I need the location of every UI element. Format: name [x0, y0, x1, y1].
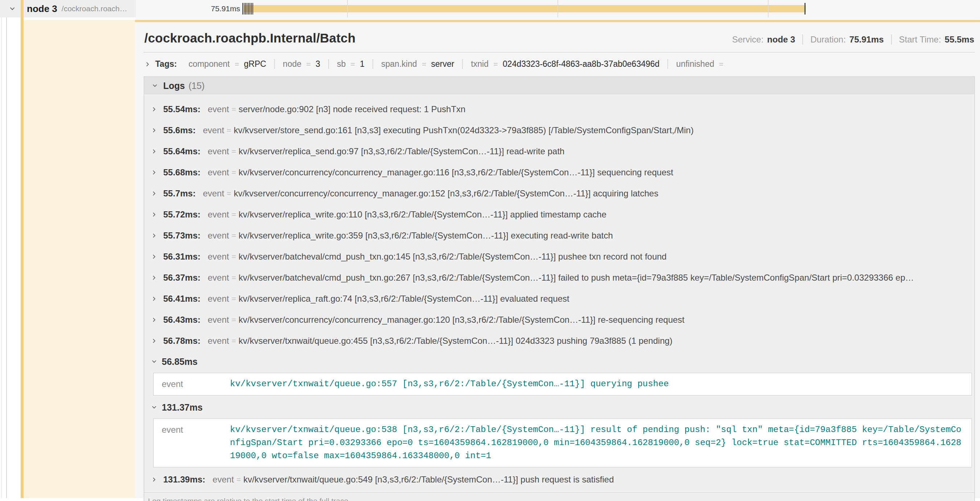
span-timeline[interactable]: 75.91ms — [136, 0, 980, 20]
log-field-key: event — [208, 231, 229, 241]
chevron-down-icon[interactable] — [9, 5, 16, 12]
log-row[interactable]: 56.31ms: event = kv/kvserver/batcheval/c… — [149, 246, 974, 267]
tag-value: server — [431, 59, 455, 69]
detail-left-gutter — [24, 20, 135, 498]
chevron-down-icon — [152, 82, 158, 89]
span-duration-label: 75.91ms — [136, 0, 240, 18]
equals-sign: = — [419, 60, 429, 68]
timeline-gridline — [557, 0, 558, 18]
log-field-value: kv/kvserver/replica_write.go:359 [n3,s3,… — [239, 231, 613, 241]
tag-item: component = gRPC — [181, 59, 274, 69]
span-meta: Service: node 3 Duration: 75.91ms Start … — [732, 35, 974, 45]
chevron-right-icon — [151, 190, 158, 197]
log-field-key: event — [208, 168, 229, 177]
chevron-right-icon — [151, 295, 158, 302]
tree-guide-line — [6, 0, 7, 498]
log-timestamp: 55.73ms: — [163, 231, 200, 241]
tags-toggle[interactable]: Tags: — [144, 59, 177, 69]
tag-value: 024d3323-6c8f-4863-aa8b-37ab0e63496d — [503, 59, 659, 69]
tag-item: sb = 1 — [328, 59, 372, 69]
log-fields-table: event kv/kvserver/txnwait/queue.go:538 [… — [153, 418, 972, 467]
chevron-right-icon — [151, 211, 158, 218]
log-row[interactable]: 55.68ms: event = kv/kvserver/concurrency… — [149, 162, 974, 183]
span-detail-title: /cockroach.roachpb.Internal/Batch — [144, 31, 355, 45]
equals-sign: = — [229, 168, 238, 177]
log-row[interactable]: 56.78ms: event = kv/kvserver/txnwait/que… — [149, 330, 974, 351]
tag-key: span.kind — [381, 59, 417, 69]
log-field-value: kv/kvserver/txnwait/queue.go:549 [n3,s3,… — [243, 474, 614, 485]
log-field-value: kv/kvserver/replica_send.go:97 [n3,s3,r6… — [239, 146, 565, 156]
tag-value: gRPC — [244, 59, 266, 69]
log-row[interactable]: 55.6ms: event = kv/kvserver/store_send.g… — [149, 120, 974, 141]
tag-value: 1 — [360, 59, 364, 69]
equals-sign: = — [224, 126, 234, 135]
log-tick — [805, 3, 805, 14]
log-field-key: event — [203, 125, 224, 136]
logs-count: (15) — [189, 81, 205, 91]
log-timestamp: 56.78ms: — [163, 336, 200, 346]
log-tick — [253, 3, 253, 14]
logs-header[interactable]: Logs (15) — [144, 77, 974, 94]
span-service-name: node 3 — [27, 3, 57, 14]
log-field-key: event — [208, 252, 229, 262]
log-timestamp: 131.39ms: — [163, 474, 205, 485]
tag-item: span.kind = server — [372, 59, 462, 69]
equals-sign: = — [348, 60, 358, 68]
log-field-value: kv/kvserver/batcheval/cmd_push_txn.go:26… — [239, 273, 914, 283]
log-row[interactable]: 55.7ms: event = kv/kvserver/concurrency/… — [149, 183, 974, 204]
log-row[interactable]: 55.72ms: event = kv/kvserver/replica_wri… — [149, 204, 974, 225]
chevron-down-icon — [151, 358, 158, 365]
chevron-right-icon — [151, 338, 158, 344]
chevron-right-icon — [151, 148, 158, 155]
log-field-value: kv/kvserver/concurrency/concurrency_mana… — [239, 315, 685, 325]
log-field-key: event — [208, 294, 229, 304]
timeline-gridline — [768, 0, 768, 18]
equals-sign: = — [717, 60, 726, 68]
log-field-value: kv/kvserver/txnwait/queue.go:557 [n3,s3,… — [230, 378, 678, 391]
equals-sign: = — [229, 337, 238, 345]
log-row[interactable]: 55.54ms: event = server/node.go:902 [n3]… — [149, 99, 974, 120]
chevron-right-icon — [151, 254, 158, 260]
chevron-down-icon — [151, 404, 158, 411]
equals-sign: = — [229, 210, 238, 219]
tag-key: node — [283, 59, 301, 69]
chevron-right-icon — [151, 274, 158, 281]
log-entry-expanded: 56.85ms event kv/kvserver/txnwait/queue.… — [149, 351, 974, 396]
log-field-key: event — [208, 104, 229, 114]
log-row[interactable]: 55.64ms: event = kv/kvserver/replica_sen… — [149, 141, 974, 162]
log-timestamp: 56.85ms — [162, 356, 198, 367]
log-expanded-header[interactable]: 56.85ms — [149, 351, 974, 372]
log-field-key: event — [213, 474, 234, 485]
log-field-key: event — [208, 146, 229, 156]
chevron-right-icon — [151, 476, 158, 483]
log-timestamp: 55.7ms: — [163, 188, 196, 199]
equals-sign: = — [229, 231, 238, 240]
log-tick — [245, 3, 246, 14]
span-row[interactable]: node 3 /cockroach.roach… 75.91ms — [0, 0, 980, 20]
meta-label: Service: — [732, 35, 764, 45]
equals-sign: = — [224, 189, 234, 198]
log-field-key: event — [208, 336, 229, 346]
equals-sign: = — [229, 273, 238, 282]
meta-value: 55.5ms — [945, 35, 974, 45]
log-row[interactable]: 56.41ms: event = kv/kvserver/replica_raf… — [149, 288, 974, 309]
tags-list: component = gRPC node = 3 sb = 1 span.ki… — [181, 59, 734, 69]
log-field-value: kv/kvserver/replica_write.go:110 [n3,s3,… — [239, 209, 606, 220]
tags-row: Tags: component = gRPC node = 3 sb = 1 s… — [144, 53, 975, 76]
meta-item: Service: node 3 — [732, 35, 795, 45]
chevron-right-icon — [151, 232, 158, 239]
chevron-right-icon — [144, 61, 151, 67]
log-expanded-header[interactable]: 131.37ms — [149, 397, 974, 418]
log-row[interactable]: 55.73ms: event = kv/kvserver/replica_wri… — [149, 225, 974, 246]
chevron-right-icon — [151, 127, 158, 134]
equals-sign: = — [304, 60, 313, 68]
log-timestamp: 55.64ms: — [163, 146, 200, 156]
log-tick — [247, 3, 247, 14]
tag-value: 3 — [315, 59, 320, 69]
meta-item: Start Time: 55.5ms — [891, 35, 974, 45]
log-row[interactable]: 56.43ms: event = kv/kvserver/concurrency… — [149, 309, 974, 330]
log-timestamp: 56.43ms: — [163, 315, 200, 325]
log-row[interactable]: 131.39ms: event = kv/kvserver/txnwait/qu… — [149, 469, 974, 490]
log-tick — [250, 3, 250, 14]
log-row[interactable]: 56.37ms: event = kv/kvserver/batcheval/c… — [149, 267, 974, 288]
